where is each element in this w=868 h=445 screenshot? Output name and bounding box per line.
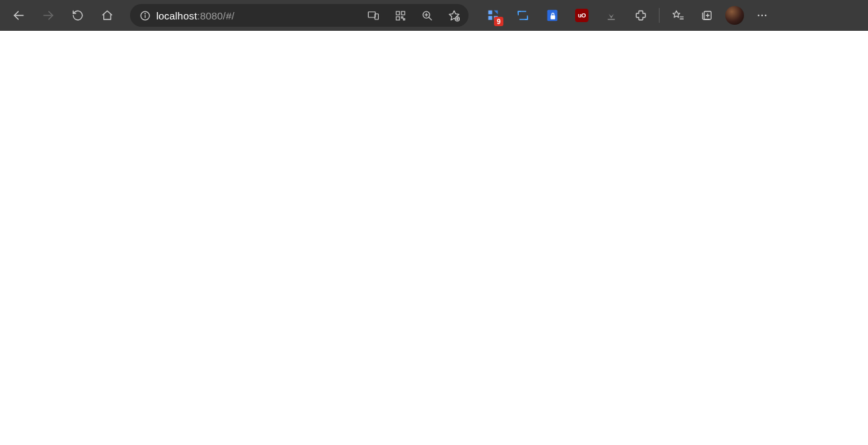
- extensions-button[interactable]: [627, 2, 655, 29]
- sync-extension[interactable]: [509, 2, 537, 29]
- qr-icon: [395, 10, 406, 21]
- url-text: localhost:8080/#/: [156, 10, 357, 21]
- forward-button: [35, 2, 62, 29]
- info-icon: [139, 10, 151, 21]
- shield-extension[interactable]: [538, 2, 566, 29]
- toolbar-separator: [659, 8, 660, 23]
- qr-button[interactable]: [389, 5, 411, 25]
- url-host: localhost: [156, 10, 197, 21]
- svg-point-38: [761, 15, 763, 16]
- react-devtools-extension[interactable]: 9: [479, 2, 507, 29]
- svg-point-4: [145, 13, 145, 13]
- more-icon: [756, 9, 768, 21]
- svg-marker-23: [494, 11, 498, 15]
- ublock-icon: uO: [575, 9, 588, 22]
- download-icon: [605, 9, 617, 21]
- devices-icon: [367, 9, 379, 21]
- ublock-extension[interactable]: uO: [568, 2, 596, 29]
- extension-badge: 9: [494, 17, 503, 26]
- svg-point-39: [765, 15, 766, 16]
- svg-rect-20: [489, 11, 493, 15]
- site-info-button[interactable]: [139, 10, 151, 21]
- svg-rect-10: [401, 16, 402, 17]
- reload-icon: [72, 9, 84, 21]
- star-list-icon: [672, 9, 684, 22]
- star-add-icon: [448, 9, 460, 22]
- sync-icon: [517, 9, 529, 21]
- profile-avatar[interactable]: [725, 6, 744, 25]
- home-button[interactable]: [94, 2, 121, 29]
- favorites-list-button[interactable]: [664, 2, 692, 29]
- svg-point-37: [758, 15, 759, 16]
- svg-line-13: [428, 17, 431, 19]
- svg-rect-30: [608, 19, 615, 20]
- address-bar[interactable]: localhost:8080/#/: [130, 4, 469, 27]
- zoom-button[interactable]: [416, 5, 438, 25]
- svg-rect-21: [489, 16, 493, 20]
- downloads-button[interactable]: [597, 2, 625, 29]
- device-emulation-button[interactable]: [363, 5, 384, 25]
- extensions-group: 9 uO: [479, 2, 776, 29]
- zoom-in-icon: [422, 10, 433, 21]
- collections-icon: [701, 9, 713, 21]
- puzzle-icon: [635, 9, 647, 21]
- svg-rect-8: [401, 11, 404, 15]
- svg-rect-29: [551, 15, 556, 19]
- shield-lock-icon: [546, 9, 559, 22]
- collections-button[interactable]: [693, 2, 721, 29]
- svg-rect-5: [369, 12, 376, 17]
- svg-marker-31: [672, 10, 679, 17]
- page-content: [0, 31, 868, 445]
- svg-rect-9: [396, 16, 399, 19]
- browser-toolbar: localhost:8080/#/: [0, 0, 868, 31]
- menu-button[interactable]: [748, 2, 776, 29]
- arrow-left-icon: [12, 9, 25, 22]
- arrow-right-icon: [42, 9, 55, 22]
- reload-button[interactable]: [64, 2, 91, 29]
- back-button[interactable]: [5, 2, 32, 29]
- url-rest: :8080/#/: [197, 10, 235, 21]
- favorite-button[interactable]: [443, 5, 464, 25]
- home-icon: [101, 9, 113, 21]
- svg-rect-11: [403, 18, 404, 19]
- svg-rect-7: [396, 11, 399, 15]
